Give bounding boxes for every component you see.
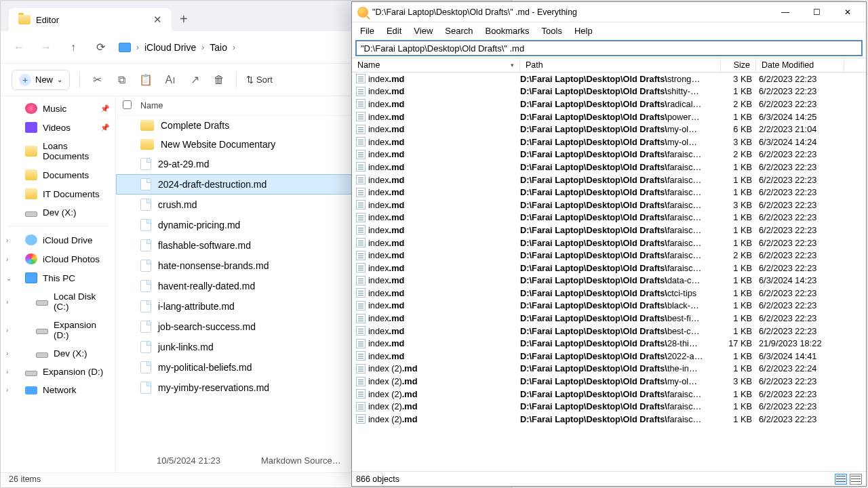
result-row[interactable]: index (2).md D:\Farai Laptop\Desktop\Old…	[352, 400, 866, 413]
view-details-button[interactable]	[835, 474, 847, 485]
result-row[interactable]: index.md D:\Farai Laptop\Desktop\Old Dra…	[352, 237, 866, 249]
breadcrumb-item[interactable]: iCloud Drive	[140, 39, 200, 56]
result-row[interactable]: index.md D:\Farai Laptop\Desktop\Old Dra…	[352, 73, 866, 85]
result-row[interactable]: index (2).md D:\Farai Laptop\Desktop\Old…	[352, 375, 866, 388]
result-row[interactable]: index.md D:\Farai Laptop\Desktop\Old Dra…	[352, 300, 866, 312]
new-button[interactable]: + New ⌄	[12, 70, 70, 90]
expand-icon[interactable]: ⌄	[6, 274, 12, 282]
expand-icon[interactable]: ›	[6, 327, 8, 334]
sidebar-item[interactable]: Music 📌	[1, 99, 115, 118]
close-button[interactable]: ✕	[832, 3, 863, 22]
result-row[interactable]: index.md D:\Farai Laptop\Desktop\Old Dra…	[352, 337, 866, 350]
result-size: 1 KB	[721, 225, 756, 235]
result-size: 1 KB	[721, 112, 756, 122]
everything-result-list[interactable]: index.md D:\Farai Laptop\Desktop\Old Dra…	[352, 73, 866, 471]
sidebar-item[interactable]: Dev (X:)	[1, 203, 115, 222]
copy-button[interactable]: ⧉	[114, 73, 129, 87]
result-row[interactable]: index.md D:\Farai Laptop\Desktop\Old Dra…	[352, 262, 866, 274]
menu-help[interactable]: Help	[569, 24, 598, 37]
result-row[interactable]: index.md D:\Farai Laptop\Desktop\Old Dra…	[352, 224, 866, 237]
result-row[interactable]: index.md D:\Farai Laptop\Desktop\Old Dra…	[352, 287, 866, 300]
col-size-header[interactable]: Size	[721, 58, 756, 72]
result-row[interactable]: index.md D:\Farai Laptop\Desktop\Old Dra…	[352, 98, 866, 110]
result-row[interactable]: index.md D:\Farai Laptop\Desktop\Old Dra…	[352, 249, 866, 262]
chevron-right-icon[interactable]: ›	[200, 43, 205, 52]
col-date-header[interactable]: Date Modified	[756, 58, 844, 72]
result-row[interactable]: index.md D:\Farai Laptop\Desktop\Old Dra…	[352, 186, 866, 199]
chevron-right-icon[interactable]: ›	[135, 43, 140, 52]
result-row[interactable]: index.md D:\Farai Laptop\Desktop\Old Dra…	[352, 110, 866, 123]
minimize-button[interactable]: ―	[770, 3, 801, 22]
sidebar-item[interactable]: ⌄ This PC	[1, 268, 115, 287]
result-row[interactable]: index.md D:\Farai Laptop\Desktop\Old Dra…	[352, 85, 866, 98]
menu-bookmarks[interactable]: Bookmarks	[480, 24, 535, 37]
nav-refresh-button[interactable]: ⟳	[89, 36, 112, 59]
sidebar-item[interactable]: › Network	[1, 381, 115, 399]
view-list-button[interactable]	[850, 474, 862, 485]
expand-icon[interactable]: ›	[6, 256, 8, 263]
result-row[interactable]: index.md D:\Farai Laptop\Desktop\Old Dra…	[352, 274, 866, 287]
sidebar-item[interactable]: IT Documents	[1, 184, 115, 203]
paste-button[interactable]: 📋	[138, 73, 153, 87]
result-name: index.md	[368, 288, 404, 298]
menu-tools[interactable]: Tools	[536, 24, 568, 37]
everything-titlebar[interactable]: "D:\Farai Laptop\Desktop\Old Drafts\" .m…	[352, 2, 866, 22]
result-row[interactable]: index (2).md D:\Farai Laptop\Desktop\Old…	[352, 388, 866, 401]
explorer-tab-active[interactable]: Editor ✕	[9, 8, 172, 31]
result-row[interactable]: index (2).md D:\Farai Laptop\Desktop\Old…	[352, 363, 866, 375]
share-button[interactable]: ↗	[187, 73, 202, 87]
md-file-icon	[356, 414, 366, 424]
nav-back-button[interactable]: ←	[7, 36, 31, 59]
nav-up-button[interactable]: ↑	[62, 36, 85, 59]
result-date: 6/2/2023 22:23	[756, 288, 844, 298]
select-all-checkbox[interactable]	[123, 100, 132, 109]
sidebar-item[interactable]: › Expansion (D:)	[1, 363, 115, 381]
nav-forward-button[interactable]: →	[35, 36, 58, 59]
col-path-header[interactable]: Path	[520, 58, 721, 72]
expand-icon[interactable]: ›	[6, 298, 8, 306]
cut-button[interactable]: ✂	[90, 73, 104, 87]
sidebar-item[interactable]: › iCloud Photos	[1, 249, 115, 268]
result-row[interactable]: index.md D:\Farai Laptop\Desktop\Old Dra…	[352, 174, 866, 186]
result-row[interactable]: index.md D:\Farai Laptop\Desktop\Old Dra…	[352, 312, 866, 325]
result-row[interactable]: index (2).md D:\Farai Laptop\Desktop\Old…	[352, 413, 866, 426]
search-input[interactable]	[356, 41, 862, 56]
chevron-right-icon[interactable]: ›	[231, 43, 237, 52]
new-tab-button[interactable]: +	[180, 12, 188, 31]
sidebar-item[interactable]: › iCloud Drive	[1, 230, 115, 249]
result-row[interactable]: index.md D:\Farai Laptop\Desktop\Old Dra…	[352, 161, 866, 174]
result-row[interactable]: index.md D:\Farai Laptop\Desktop\Old Dra…	[352, 199, 866, 211]
menu-file[interactable]: File	[355, 24, 380, 37]
sidebar-item[interactable]: Documents	[1, 165, 115, 184]
file-icon	[140, 178, 151, 190]
result-date: 6/3/2024 14:23	[756, 275, 844, 285]
col-path-label: Path	[526, 60, 543, 70]
result-row[interactable]: index.md D:\Farai Laptop\Desktop\Old Dra…	[352, 123, 866, 136]
result-row[interactable]: index.md D:\Farai Laptop\Desktop\Old Dra…	[352, 136, 866, 148]
result-row[interactable]: index.md D:\Farai Laptop\Desktop\Old Dra…	[352, 325, 866, 338]
menu-edit[interactable]: Edit	[381, 24, 407, 37]
sidebar-item[interactable]: Videos 📌	[1, 118, 115, 137]
result-path: D:\Farai Laptop\Desktop\Old Drafts\my-ol…	[520, 124, 721, 134]
breadcrumb-item[interactable]: Taio	[205, 39, 231, 56]
delete-button[interactable]: 🗑	[212, 73, 226, 87]
breadcrumb-bar[interactable]: › iCloud Drive › Taio ›	[116, 39, 239, 56]
sidebar-item[interactable]: › Expansion (D:)	[1, 316, 115, 344]
expand-icon[interactable]: ›	[6, 368, 8, 375]
menu-search[interactable]: Search	[439, 24, 478, 37]
sidebar-item[interactable]: › Local Disk (C:)	[1, 287, 115, 316]
col-name-header[interactable]: Name ▾	[352, 58, 520, 72]
sort-button[interactable]: ⇅ Sort	[246, 75, 273, 85]
result-row[interactable]: index.md D:\Farai Laptop\Desktop\Old Dra…	[352, 211, 866, 224]
expand-icon[interactable]: ›	[6, 386, 8, 394]
expand-icon[interactable]: ›	[6, 350, 8, 357]
maximize-button[interactable]: ☐	[801, 3, 832, 22]
rename-button[interactable]: Aı	[163, 73, 178, 87]
sidebar-item[interactable]: › Dev (X:)	[1, 344, 115, 363]
tab-close-button[interactable]: ✕	[153, 14, 162, 26]
result-row[interactable]: index.md D:\Farai Laptop\Desktop\Old Dra…	[352, 148, 866, 161]
expand-icon[interactable]: ›	[6, 237, 8, 244]
sidebar-item[interactable]: Loans Documents	[1, 137, 115, 165]
result-row[interactable]: index.md D:\Farai Laptop\Desktop\Old Dra…	[352, 350, 866, 363]
menu-view[interactable]: View	[408, 24, 438, 37]
